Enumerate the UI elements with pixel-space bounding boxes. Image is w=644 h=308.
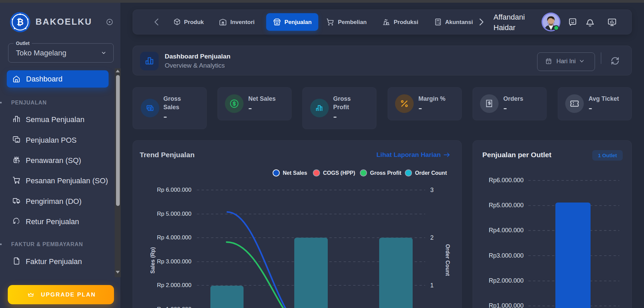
svg-text:₿: ₿ [17,17,23,27]
